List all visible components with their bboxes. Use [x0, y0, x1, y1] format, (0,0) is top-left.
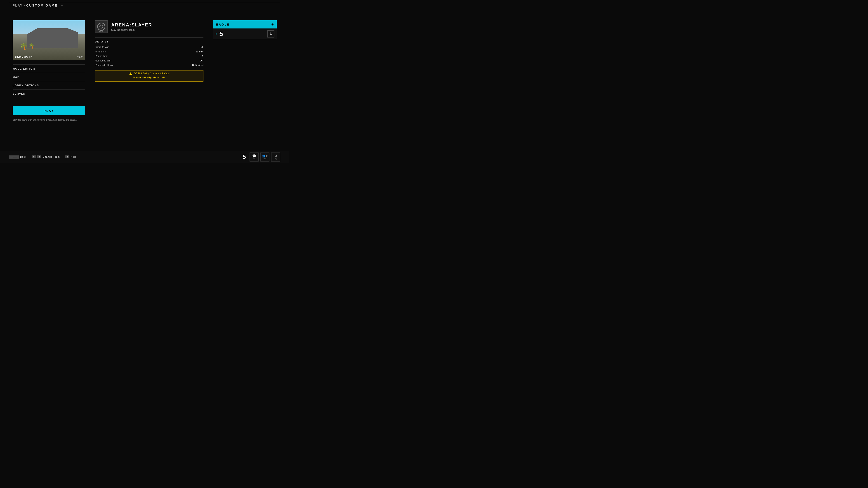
chat-key-label: Y	[253, 158, 255, 160]
detail-key-rounds-win: Rounds to Win	[95, 59, 111, 62]
back-key-icon: ←——	[9, 156, 19, 159]
detail-row-rounds-draw: Rounds to Draw Unlimited	[95, 64, 204, 66]
detail-key-round-limit: Round Limit	[95, 55, 108, 57]
change-team-label: Change Team	[43, 156, 60, 158]
help-key: G	[65, 156, 69, 158]
detail-value-round-limit: 1	[202, 55, 204, 57]
map-image: BEHEMOTH V1.0	[13, 20, 85, 60]
xp-suffix: for XP	[157, 76, 165, 79]
sidebar-item-map[interactable]: MAP	[13, 73, 85, 81]
breadcrumb-title: CUSTOM GAME	[26, 4, 58, 7]
bottom-actions: ←—— Back 0 E Change Team G Help	[9, 156, 76, 159]
breadcrumb-separator: ›	[24, 4, 25, 7]
roster-icon: 👥 0	[262, 155, 268, 158]
mode-icon-target	[97, 23, 105, 31]
mode-header: v1.0 ARENA:SLAYER Slay the enemy team.	[95, 20, 204, 33]
xp-eligibility-text: Match not eligible for XP	[133, 76, 165, 79]
roster-key-label: Tab	[264, 158, 267, 160]
map-name: BEHEMOTH	[15, 55, 33, 58]
game-mode-panel: v1.0 ARENA:SLAYER Slay the enemy team. D…	[95, 20, 204, 82]
mode-icon: v1.0	[95, 20, 107, 33]
settings-button[interactable]: ⚙ F1	[271, 153, 280, 162]
settings-key-label: F1	[275, 158, 277, 160]
team-name: EAGLE	[216, 23, 230, 26]
xp-warning-line1: 0/7500 Daily Custom XP Cap	[129, 72, 169, 75]
breadcrumb: PLAY › CUSTOM GAME ▪ ▪	[13, 4, 63, 7]
detail-key-rounds-draw: Rounds to Draw	[95, 64, 113, 66]
back-action[interactable]: ←—— Back	[9, 156, 26, 159]
detail-row-rounds-win: Rounds to Win Off	[95, 59, 204, 62]
xp-cap-text: 0/7500 Daily Custom XP Cap	[134, 72, 169, 75]
detail-value-rounds-win: Off	[200, 59, 204, 62]
map-preview: BEHEMOTH V1.0	[13, 20, 85, 60]
mode-info: ARENA:SLAYER Slay the enemy team.	[111, 22, 152, 31]
details-heading: DETAILS	[95, 40, 204, 43]
team-refresh-button[interactable]: ↻	[267, 30, 274, 37]
detail-key-time: Time Limit	[95, 50, 106, 53]
detail-value-rounds-draw: Unlimited	[192, 64, 204, 66]
detail-key-score: Score to Win	[95, 46, 109, 48]
team-count-row: ▶ 5 ↻	[213, 29, 277, 39]
chat-button[interactable]: 💬 Y	[250, 153, 258, 162]
team-header: EAGLE ✦	[213, 20, 277, 29]
detail-value-time: 12 min	[195, 50, 204, 53]
bottom-player-count: 5	[243, 153, 246, 160]
detail-row-score: Score to Win 50	[95, 46, 204, 48]
change-team-action[interactable]: 0 E Change Team	[32, 156, 60, 158]
map-palm-1	[20, 41, 23, 50]
detail-row-round-limit: Round Limit 1	[95, 55, 204, 57]
xp-match-not-eligible: Match not eligible	[133, 76, 156, 79]
change-team-key-0: 0	[32, 156, 36, 158]
team-arrow-icon: ▶	[216, 33, 217, 35]
team-player-count: 5	[219, 30, 223, 38]
map-version: V1.0	[77, 56, 83, 58]
roster-button[interactable]: 👥 0 Tab	[260, 153, 270, 162]
detail-row-time: Time Limit 12 min	[95, 50, 204, 53]
xp-warning-line2: Match not eligible for XP	[133, 75, 165, 79]
left-menu: MODE EDITOR MAP LOBBY OPTIONS SERVER	[13, 64, 85, 98]
breadcrumb-play: PLAY	[13, 4, 23, 7]
map-struct-dark	[27, 28, 78, 48]
settings-icon: ⚙	[274, 154, 277, 158]
play-button[interactable]: PLAY	[13, 106, 85, 115]
mode-subtitle: Slay the enemy team.	[111, 29, 152, 31]
back-label: Back	[20, 156, 26, 158]
help-label: Help	[71, 156, 76, 158]
xp-warning-box: 0/7500 Daily Custom XP Cap Match not eli…	[95, 70, 204, 82]
warning-icon	[129, 72, 132, 75]
bottom-bar: ←—— Back 0 E Change Team G Help 5 💬 Y 👥 …	[0, 151, 289, 163]
mode-title: ARENA:SLAYER	[111, 22, 152, 28]
sidebar-item-mode-editor[interactable]: MODE EDITOR	[13, 64, 85, 73]
help-action[interactable]: G Help	[65, 156, 76, 158]
xp-cap-value: 0/7500	[134, 72, 142, 75]
xp-cap-label: Daily Custom XP Cap	[143, 72, 169, 75]
details-section: DETAILS Score to Win 50 Time Limit 12 mi…	[95, 37, 204, 82]
team-panel: EAGLE ✦ ▶ 5 ↻	[213, 20, 277, 39]
chat-icon: 💬	[252, 154, 256, 158]
sidebar-item-server[interactable]: SERVER	[13, 90, 85, 98]
detail-value-score: 50	[201, 46, 204, 48]
change-team-key-e: E	[37, 156, 41, 158]
top-border	[9, 3, 280, 3]
bottom-right: 5 💬 Y 👥 0 Tab ⚙ F1	[243, 153, 280, 162]
help-text: Start the game with the selected mode, m…	[13, 119, 77, 121]
header-dots: ▪ ▪	[61, 4, 63, 7]
sidebar-item-lobby-options[interactable]: LOBBY OPTIONS	[13, 81, 85, 90]
mode-icon-version: v1.0	[95, 30, 107, 32]
team-icon: ✦	[271, 22, 274, 27]
map-palm-2	[29, 43, 35, 49]
